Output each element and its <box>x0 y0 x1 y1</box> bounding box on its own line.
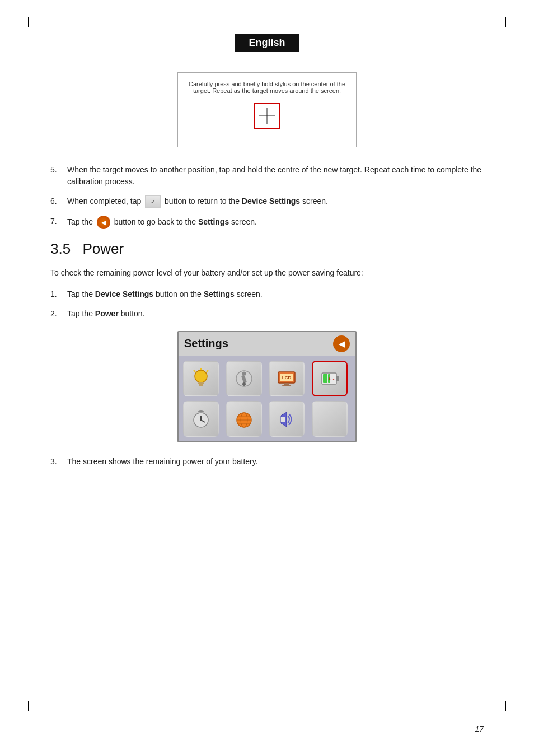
settings-icon-sound <box>269 401 305 437</box>
section-35-heading: 3.5 Power <box>50 240 484 258</box>
step-6-content: When completed, tap ✓ button to return t… <box>67 195 484 208</box>
corner-mark-br <box>496 701 506 711</box>
svg-rect-16 <box>323 374 327 383</box>
step-p2-1-content: Tap the Device Settings button on the Se… <box>67 288 484 300</box>
svg-point-23 <box>200 419 202 421</box>
step-6: 6. When completed, tap ✓ button to retur… <box>50 195 484 208</box>
settings-icons-row1: LCD + - <box>179 356 355 401</box>
steps-list-part1: 5. When the target moves to another posi… <box>50 164 484 229</box>
settings-back-arrow: ◀ <box>339 339 345 348</box>
svg-rect-15 <box>336 376 339 381</box>
steps-list-part3: 3. The screen shows the remaining power … <box>50 456 484 468</box>
back-globe-icon: ◀ <box>97 216 110 229</box>
calibration-instruction: Carefully press and briefly hold stylus … <box>188 81 346 94</box>
settings-title: Settings <box>184 337 228 350</box>
corner-mark-bl <box>28 701 38 711</box>
steps-list-part2: 1. Tap the Device Settings button on the… <box>50 288 484 320</box>
svg-rect-2 <box>199 384 203 386</box>
step-p2-2-content: Tap the Power button. <box>67 308 484 320</box>
calibration-crosshair <box>254 103 280 129</box>
svg-point-8 <box>242 382 246 386</box>
svg-rect-11 <box>284 383 289 385</box>
step-6-bold: Device Settings <box>242 197 300 206</box>
svg-rect-29 <box>281 417 285 422</box>
settings-icon-tool <box>226 361 262 396</box>
step-7: 7. Tap the ◀ button to go back to the Se… <box>50 216 484 229</box>
footer-line <box>50 722 484 722</box>
step-p2-3-content: The screen shows the remaining power of … <box>67 456 484 468</box>
step-p2-1: 1. Tap the Device Settings button on the… <box>50 288 484 300</box>
step-p2-1-number: 1. <box>50 288 67 300</box>
svg-text:+: + <box>328 376 331 382</box>
settings-screen-illustration: Settings ◀ <box>177 331 357 442</box>
power-bold: Power <box>95 309 119 318</box>
section-35-number: 3.5 <box>50 240 71 257</box>
settings-icons-row2 <box>179 401 355 441</box>
settings-titlebar: Settings ◀ <box>179 332 355 356</box>
svg-point-0 <box>195 370 207 382</box>
step-p2-3: 3. The screen shows the remaining power … <box>50 456 484 468</box>
svg-text:-: - <box>332 376 334 382</box>
step-7-bold: Settings <box>198 217 229 226</box>
svg-rect-1 <box>198 382 204 384</box>
section-35-intro: To check the remaining power level of yo… <box>50 267 484 279</box>
page-container: English Carefully press and briefly hold… <box>0 0 534 756</box>
step-7-content: Tap the ◀ button to go back to the Setti… <box>67 216 484 229</box>
checkmark-button-icon: ✓ <box>145 195 161 208</box>
svg-line-4 <box>207 370 208 372</box>
language-header: English <box>50 34 484 62</box>
step-7-number: 7. <box>50 216 67 227</box>
corner-mark-tl <box>28 17 38 27</box>
settings-icon-clock <box>183 401 219 437</box>
settings-icon-network <box>226 401 262 437</box>
device-settings-bold: Device Settings <box>95 290 153 298</box>
corner-mark-tr <box>496 17 506 27</box>
page-footer: 17 <box>0 725 534 734</box>
language-badge: English <box>235 34 298 52</box>
step-5-number: 5. <box>50 164 67 176</box>
calibration-screen-illustration: Carefully press and briefly hold stylus … <box>177 72 357 147</box>
step-6-number: 6. <box>50 195 67 207</box>
svg-line-5 <box>194 370 195 372</box>
step-5: 5. When the target moves to another posi… <box>50 164 484 188</box>
step-p2-3-number: 3. <box>50 456 67 468</box>
section-35-title: Power <box>82 240 124 257</box>
settings-bold: Settings <box>204 290 235 298</box>
settings-back-button: ◀ <box>333 335 350 352</box>
svg-text:LCD: LCD <box>282 375 292 380</box>
step-5-content: When the target moves to another positio… <box>67 164 484 188</box>
step-p2-2: 2. Tap the Power button. <box>50 308 484 320</box>
settings-icon-battery: + - <box>312 361 348 396</box>
step-p2-2-number: 2. <box>50 308 67 320</box>
settings-icon-empty <box>312 401 348 437</box>
svg-rect-12 <box>282 385 291 386</box>
settings-icon-lightbulb <box>183 361 219 396</box>
page-number: 17 <box>475 725 484 734</box>
settings-icon-screen: LCD <box>269 361 305 396</box>
